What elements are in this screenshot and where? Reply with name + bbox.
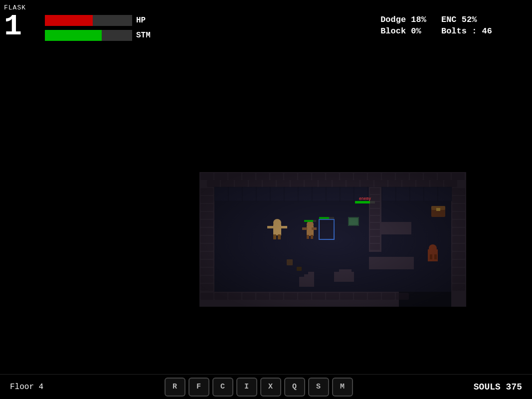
block-stat: Block 0%	[380, 26, 426, 36]
stm-bar-track	[45, 30, 132, 41]
svg-rect-146	[199, 172, 466, 307]
hp-bar-track	[45, 15, 132, 26]
stm-bar-fill	[45, 30, 102, 41]
enc-stat: ENC 52%	[441, 15, 492, 24]
stm-bar-row: STM	[45, 30, 154, 41]
bottom-bar: Floor 4 RFCIXQSM SOULS 375	[0, 374, 532, 399]
svg-text:enemy: enemy	[359, 197, 371, 201]
action-btn-c[interactable]: C	[212, 378, 233, 397]
action-btn-i[interactable]: I	[236, 378, 257, 397]
bolts-stat: Bolts : 46	[441, 26, 492, 36]
action-btn-q[interactable]: Q	[284, 378, 305, 397]
floor-label: Floor 4	[10, 383, 43, 392]
action-btn-r[interactable]: R	[165, 378, 185, 397]
hud-top-left: FLASK 1	[4, 4, 26, 41]
hud-top-right: Dodge 18% ENC 52% Block 0% Bolts : 46	[380, 15, 492, 36]
stm-label: STM	[136, 31, 154, 40]
dodge-stat: Dodge 18%	[380, 15, 426, 24]
flask-number: 1	[4, 11, 26, 41]
action-btn-s[interactable]: S	[308, 378, 329, 397]
bars-container: HP STM	[45, 15, 154, 41]
action-buttons: RFCIXQSM	[165, 378, 353, 397]
souls-label: SOULS 375	[474, 382, 522, 392]
action-btn-f[interactable]: F	[188, 378, 209, 397]
hp-bar-fill	[45, 15, 93, 26]
svg-rect-148	[355, 201, 370, 203]
action-btn-m[interactable]: M	[332, 378, 353, 397]
hp-label: HP	[136, 16, 154, 25]
action-btn-x[interactable]: X	[260, 378, 281, 397]
hp-bar-row: HP	[45, 15, 154, 26]
game-viewport: enemy	[199, 172, 466, 307]
